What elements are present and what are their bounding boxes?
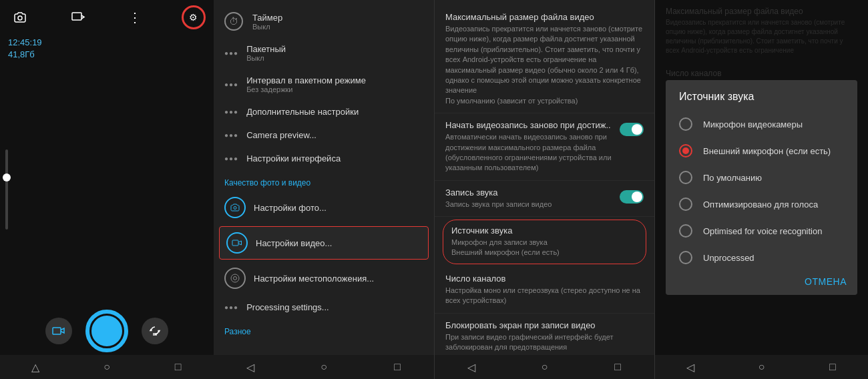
section-misc: Разное xyxy=(214,319,434,339)
detail-home-button[interactable]: ○ xyxy=(531,355,558,379)
video-mode-button[interactable] xyxy=(45,318,72,344)
radio-external-mic-inner xyxy=(682,147,689,154)
additional-dots: ●●● xyxy=(224,108,238,115)
settings-item-interface[interactable]: ●●● Настройки интерфейса xyxy=(214,147,434,170)
detail-item-auto-restart[interactable]: Начать видеозапись заново при достиж.. А… xyxy=(435,113,654,181)
settings-item-location[interactable]: Настройки местоположения... xyxy=(214,261,434,296)
settings-button[interactable]: ⚙ xyxy=(182,5,206,29)
interface-label: Настройки интерфейса xyxy=(246,153,341,163)
camera-time-display: 12:45:19 41,8Гб xyxy=(8,37,42,61)
home-button[interactable]: ○ xyxy=(93,355,120,379)
dialog-nav-bar: ◁ ○ □ xyxy=(655,355,868,379)
dialog-cancel-button[interactable]: ОТМЕНА xyxy=(805,276,847,287)
recents-button[interactable]: □ xyxy=(165,355,192,379)
photo-settings-label: Настройки фото... xyxy=(254,203,327,213)
auto-restart-toggle[interactable] xyxy=(620,123,644,136)
radio-voice-recognition[interactable] xyxy=(679,224,692,238)
camera-top-bar: ⋮ ⚙ xyxy=(0,0,214,35)
zoom-slider-thumb[interactable] xyxy=(3,173,11,181)
auto-restart-text: Начать видеозапись заново при достиж.. А… xyxy=(445,120,614,173)
camera-mic-label: Микрофон видеокамеры xyxy=(703,119,803,129)
dialog-option-default[interactable]: По умолчанию xyxy=(666,164,857,191)
radio-voice-optimized[interactable] xyxy=(679,198,692,211)
unprocessed-label: Unprocessed xyxy=(703,253,754,263)
back-button[interactable]: △ xyxy=(22,355,49,379)
batch-label: Пакетный xyxy=(246,44,286,54)
detail-item-sound-source[interactable]: Источник звука Микрофон для записи звука… xyxy=(443,220,646,264)
dialog-option-unprocessed[interactable]: Unprocessed xyxy=(666,244,857,271)
settings-item-photo[interactable]: Настройки фото... xyxy=(214,190,434,225)
audio-desc: Запись звука при записи видео xyxy=(445,200,614,210)
radio-external-mic[interactable] xyxy=(679,144,692,157)
clock-time: 12:45:19 xyxy=(8,37,42,49)
detail-item-channels[interactable]: Число каналов Настройка моно или стереоз… xyxy=(435,267,654,314)
video-settings-list: Максимальный размер файла видео Видеозап… xyxy=(435,0,654,355)
external-mic-label: Внешний микрофон (если есть) xyxy=(703,146,831,156)
more-options-icon[interactable]: ⋮ xyxy=(124,5,148,29)
settings-item-batch[interactable]: ●●● Пакетный Выкл xyxy=(214,37,434,69)
auto-restart-title: Начать видеозапись заново при достиж.. xyxy=(445,120,614,130)
settings-item-processing[interactable]: ●●● Processing settings... xyxy=(214,296,434,319)
radio-camera-mic[interactable] xyxy=(679,117,692,131)
audio-row: Запись звука Запись звука при записи вид… xyxy=(445,187,644,210)
location-settings-icon xyxy=(224,268,246,289)
settings-item-timer[interactable]: ⏱ Таймер Выкл xyxy=(214,5,434,37)
radio-default[interactable] xyxy=(679,171,692,184)
settings-nav-bar: ◁ ○ □ xyxy=(214,355,434,379)
settings-item-camera-preview[interactable]: ●●● Camera preview... xyxy=(214,123,434,147)
settings-home-button[interactable]: ○ xyxy=(310,355,337,379)
dialog-option-camera-mic[interactable]: Микрофон видеокамеры xyxy=(666,111,857,137)
flip-camera-button[interactable] xyxy=(142,318,168,344)
shutter-button[interactable] xyxy=(85,310,128,352)
radio-unprocessed[interactable] xyxy=(679,251,692,264)
shutter-inner xyxy=(89,314,124,348)
detail-item-audio[interactable]: Запись звука Запись звука при записи вид… xyxy=(435,181,654,217)
batch-dots: ●●● xyxy=(224,49,238,57)
max-size-desc: Видеозапись прекратится или начнется зан… xyxy=(445,24,644,106)
camera-nav-bar: △ ○ □ xyxy=(0,355,214,379)
dialog-option-external-mic[interactable]: Внешний микрофон (если есть) xyxy=(666,137,857,164)
dialog-cancel-row: ОТМЕНА xyxy=(666,271,857,295)
detail-item-lock-screen[interactable]: Блокировать экран при записи видео При з… xyxy=(435,314,654,355)
video-settings-detail-panel: Максимальный размер файла видео Видеозап… xyxy=(434,0,654,379)
interval-label: Интервал в пакетном режиме xyxy=(246,75,366,85)
timer-label: Таймер xyxy=(252,13,282,23)
settings-item-video[interactable]: Настройки видео... xyxy=(219,226,429,260)
camera-mode-icon[interactable] xyxy=(8,5,32,29)
dialog-home-button[interactable]: ○ xyxy=(748,355,775,379)
zoom-slider[interactable] xyxy=(5,149,8,230)
interval-dots: ●●● xyxy=(224,81,238,88)
settings-back-button[interactable]: ◁ xyxy=(237,355,264,379)
settings-item-interval[interactable]: ●●● Интервал в пакетном режиме Без задер… xyxy=(214,69,434,100)
sound-source-dialog-panel: Максимальный размер файла видео Видеозап… xyxy=(654,0,868,379)
storage-info: 41,8Гб xyxy=(8,49,42,61)
sound-source-title: Источник звука xyxy=(451,226,638,236)
edit-icon[interactable] xyxy=(66,5,90,29)
voice-recognition-label: Optimised for voice recognition xyxy=(703,226,822,236)
camera-bottom-controls xyxy=(0,310,214,352)
detail-item-max-size[interactable]: Максимальный размер файла видео Видеозап… xyxy=(435,5,654,113)
dialog-option-voice-optimized[interactable]: Оптимизировано для голоса xyxy=(666,191,857,218)
dialog-recents-button[interactable]: □ xyxy=(819,355,846,379)
dialog-back-button[interactable]: ◁ xyxy=(677,355,704,379)
processing-dots: ●●● xyxy=(224,304,238,311)
svg-rect-2 xyxy=(53,328,61,334)
detail-back-button[interactable]: ◁ xyxy=(458,355,485,379)
settings-item-additional[interactable]: ●●● Дополнительные настройки xyxy=(214,100,434,123)
photo-settings-icon xyxy=(224,197,246,218)
auto-restart-row: Начать видеозапись заново при достиж.. А… xyxy=(445,120,644,173)
dialog-option-voice-recognition[interactable]: Optimised for voice recognition xyxy=(666,218,857,244)
audio-toggle[interactable] xyxy=(620,190,644,204)
channels-title: Число каналов xyxy=(445,274,644,284)
svg-point-7 xyxy=(234,277,237,280)
batch-text: Пакетный Выкл xyxy=(246,44,286,62)
settings-panel: ⏱ Таймер Выкл ●●● Пакетный Выкл ●●● Инте… xyxy=(214,0,434,379)
svg-rect-3 xyxy=(153,333,157,336)
settings-recents-button[interactable]: □ xyxy=(384,355,411,379)
audio-title: Запись звука xyxy=(445,187,614,198)
preview-dots: ●●● xyxy=(224,131,238,139)
channels-desc: Настройка моно или стереозвука (стерео д… xyxy=(445,286,644,306)
detail-recents-button[interactable]: □ xyxy=(604,355,631,379)
settings-list: ⏱ Таймер Выкл ●●● Пакетный Выкл ●●● Инте… xyxy=(214,0,434,355)
dialog-title: Источник звука xyxy=(666,91,857,111)
